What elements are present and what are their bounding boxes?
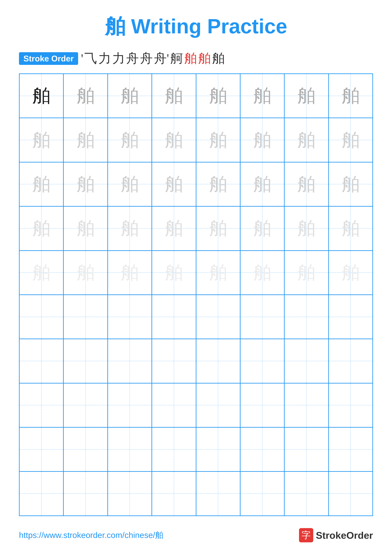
stroke-step-6: 舟 <box>140 50 153 67</box>
grid-cell[interactable] <box>284 339 328 383</box>
grid-cell[interactable]: 舶 <box>108 118 152 162</box>
grid-cell[interactable]: 舶 <box>152 206 196 250</box>
grid-cell[interactable]: 舶 <box>284 118 328 162</box>
grid-cell[interactable]: 舶 <box>152 118 196 162</box>
practice-char: 舶 <box>165 175 183 193</box>
grid-cell[interactable] <box>240 295 284 339</box>
grid-cell[interactable]: 舶 <box>240 74 284 118</box>
grid-cell[interactable]: 舶 <box>64 206 107 250</box>
stroke-step-8: 舸 <box>170 50 183 67</box>
grid-cell[interactable]: 舶 <box>108 206 152 250</box>
grid-cell[interactable]: 舶 <box>196 206 240 250</box>
grid-cell[interactable]: 舶 <box>328 206 373 250</box>
practice-char: 舶 <box>121 263 139 282</box>
grid-cell[interactable] <box>64 471 107 516</box>
grid-cell[interactable] <box>108 383 152 427</box>
grid-cell[interactable]: 舶 <box>328 118 373 162</box>
grid-cell[interactable]: 舶 <box>19 251 64 295</box>
footer-url[interactable]: https://www.strokeorder.com/chinese/舶 <box>19 530 163 541</box>
grid-cell[interactable]: 舶 <box>196 74 240 118</box>
grid-cell[interactable] <box>19 471 64 516</box>
grid-cell[interactable] <box>64 295 107 339</box>
grid-cell[interactable] <box>152 427 196 471</box>
practice-char: 舶 <box>253 131 271 149</box>
grid-cell[interactable] <box>196 427 240 471</box>
practice-char: 舶 <box>342 175 360 193</box>
grid-cell[interactable]: 舶 <box>152 74 196 118</box>
grid-cell[interactable] <box>240 471 284 516</box>
grid-cell[interactable] <box>19 295 64 339</box>
grid-cell[interactable]: 舶 <box>152 251 196 295</box>
grid-cell[interactable] <box>284 295 328 339</box>
grid-row-6 <box>19 295 373 339</box>
grid-cell[interactable]: 舶 <box>152 162 196 206</box>
practice-char: 舶 <box>253 175 271 193</box>
grid-cell[interactable] <box>328 295 373 339</box>
grid-cell[interactable]: 舶 <box>64 162 107 206</box>
grid-cell[interactable]: 舶 <box>240 251 284 295</box>
grid-cell[interactable] <box>64 339 107 383</box>
grid-cell[interactable]: 舶 <box>19 162 64 206</box>
footer: https://www.strokeorder.com/chinese/舶 字 … <box>19 518 373 542</box>
grid-cell[interactable] <box>19 383 64 427</box>
grid-cell[interactable] <box>152 339 196 383</box>
grid-cell[interactable]: 舶 <box>19 74 64 118</box>
grid-cell[interactable]: 舶 <box>196 162 240 206</box>
grid-cell[interactable]: 舶 <box>19 118 64 162</box>
grid-cell[interactable] <box>284 383 328 427</box>
grid-cell[interactable]: 舶 <box>328 162 373 206</box>
grid-cell[interactable]: 舶 <box>108 162 152 206</box>
grid-cell[interactable] <box>284 471 328 516</box>
practice-char: 舶 <box>121 219 139 237</box>
grid-cell[interactable] <box>108 295 152 339</box>
grid-cell[interactable]: 舶 <box>108 251 152 295</box>
grid-cell[interactable] <box>240 383 284 427</box>
practice-char: 舶 <box>209 263 227 282</box>
practice-char: 舶 <box>165 87 183 105</box>
grid-cell[interactable]: 舶 <box>196 118 240 162</box>
grid-cell[interactable] <box>196 383 240 427</box>
grid-cell[interactable]: 舶 <box>64 118 107 162</box>
grid-cell[interactable]: 舶 <box>284 251 328 295</box>
grid-cell[interactable] <box>152 471 196 516</box>
grid-cell[interactable] <box>64 427 107 471</box>
grid-cell[interactable] <box>196 339 240 383</box>
grid-cell[interactable]: 舶 <box>64 74 107 118</box>
grid-cell[interactable]: 舶 <box>240 162 284 206</box>
stroke-step-3: 力 <box>98 50 111 67</box>
grid-cell[interactable]: 舶 <box>328 74 373 118</box>
grid-cell[interactable] <box>152 295 196 339</box>
grid-cell[interactable]: 舶 <box>328 251 373 295</box>
grid-cell[interactable]: 舶 <box>284 206 328 250</box>
practice-char: 舶 <box>32 87 50 105</box>
practice-char: 舶 <box>209 219 227 237</box>
grid-cell[interactable] <box>19 427 64 471</box>
grid-cell[interactable] <box>240 427 284 471</box>
grid-cell[interactable] <box>108 339 152 383</box>
grid-cell[interactable] <box>328 339 373 383</box>
grid-cell[interactable]: 舶 <box>284 74 328 118</box>
grid-cell[interactable] <box>284 427 328 471</box>
grid-cell[interactable]: 舶 <box>240 206 284 250</box>
grid-cell[interactable]: 舶 <box>19 206 64 250</box>
grid-cell[interactable] <box>240 339 284 383</box>
grid-cell[interactable]: 舶 <box>64 251 107 295</box>
grid-cell[interactable] <box>19 339 64 383</box>
grid-cell[interactable] <box>64 383 107 427</box>
grid-cell[interactable] <box>152 383 196 427</box>
grid-cell[interactable]: 舶 <box>240 118 284 162</box>
practice-char: 舶 <box>342 131 360 149</box>
grid-cell[interactable] <box>328 471 373 516</box>
grid-cell[interactable]: 舶 <box>284 162 328 206</box>
grid-cell[interactable] <box>108 427 152 471</box>
grid-cell[interactable] <box>328 427 373 471</box>
grid-cell[interactable] <box>108 471 152 516</box>
grid-cell[interactable]: 舶 <box>196 251 240 295</box>
grid-cell[interactable] <box>196 471 240 516</box>
grid-cell[interactable]: 舶 <box>108 74 152 118</box>
practice-char: 舶 <box>297 87 315 105</box>
grid-cell[interactable] <box>196 295 240 339</box>
practice-char: 舶 <box>209 87 227 105</box>
grid-cell[interactable] <box>328 383 373 427</box>
stroke-order-badge: Stroke Order <box>19 52 78 65</box>
